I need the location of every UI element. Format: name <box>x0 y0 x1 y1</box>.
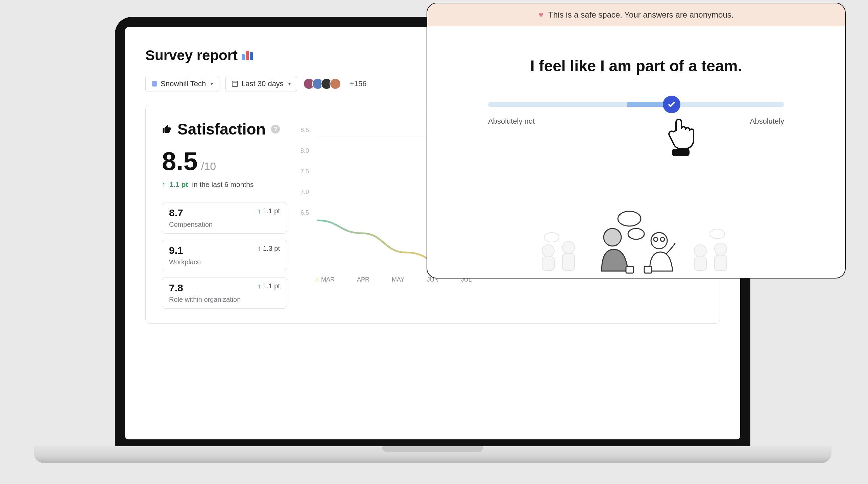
svg-point-12 <box>604 228 621 246</box>
svg-rect-19 <box>644 266 652 273</box>
chevron-down-icon: ▾ <box>288 81 291 87</box>
metrics-list: 8.7 Compensation ↑ 1.1 pt 9.1 Workplace <box>162 202 287 309</box>
svg-rect-5 <box>562 253 575 270</box>
svg-point-14 <box>628 228 644 239</box>
score-max: /10 <box>201 160 216 173</box>
metric-value: 8.7 <box>169 207 213 219</box>
metric-value: 9.1 <box>169 245 201 256</box>
page-title-text: Survey report <box>145 47 238 64</box>
section-title-text: Satisfaction <box>177 120 266 138</box>
metric-role[interactable]: 7.8 Role within organization ↑ 1.1 pt <box>162 277 287 309</box>
slider-min-label: Absolutely not <box>488 117 535 126</box>
arrow-up-icon: ↑ <box>258 245 261 252</box>
x-tick: MAY <box>392 276 405 283</box>
bar-chart-icon <box>242 51 253 60</box>
score-value: 8.5 <box>162 146 198 176</box>
svg-rect-1 <box>672 149 690 156</box>
org-color-swatch <box>152 81 157 87</box>
svg-rect-9 <box>715 255 727 271</box>
calendar-icon <box>232 81 238 87</box>
x-tick: MAR <box>314 276 335 283</box>
delta-value: 1.1 pt <box>170 180 188 189</box>
score: 8.5 /10 <box>162 146 287 176</box>
participant-avatars[interactable] <box>303 78 341 90</box>
date-range-label: Last 30 days <box>241 79 284 88</box>
svg-point-10 <box>544 233 559 242</box>
chevron-down-icon: ▾ <box>211 81 213 87</box>
y-axis-ticks: 8.5 8.0 7.5 7.0 6.5 <box>300 127 309 216</box>
y-tick: 7.0 <box>300 189 309 196</box>
survey-modal: ♥ This is a safe space. Your answers are… <box>427 3 846 279</box>
x-tick: APR <box>357 276 369 283</box>
slider-thumb[interactable] <box>663 96 680 113</box>
more-participants-count: +156 <box>350 79 367 88</box>
date-range-filter[interactable]: Last 30 days ▾ <box>225 76 297 92</box>
y-tick: 8.5 <box>300 127 309 134</box>
privacy-banner-text: This is a safe space. Your answers are a… <box>548 10 733 19</box>
arrow-up-icon: ↑ <box>258 207 261 215</box>
metric-workplace[interactable]: 9.1 Workplace ↑ 1.3 pt <box>162 240 287 271</box>
laptop-notch <box>382 446 483 452</box>
slider-track <box>488 102 784 107</box>
y-tick: 7.5 <box>300 168 309 175</box>
svg-point-4 <box>562 241 575 253</box>
svg-point-13 <box>618 211 641 226</box>
y-tick: 6.5 <box>300 209 309 216</box>
section-title: Satisfaction ? <box>162 120 287 138</box>
check-icon <box>667 100 676 109</box>
help-icon[interactable]: ? <box>271 125 280 134</box>
svg-point-15 <box>651 233 667 249</box>
svg-rect-18 <box>626 266 633 273</box>
svg-point-8 <box>715 243 727 255</box>
metric-delta-value: 1.3 pt <box>263 245 280 252</box>
metric-delta-value: 1.1 pt <box>263 282 280 290</box>
people-illustration <box>528 200 744 278</box>
slider-max-label: Absolutely <box>750 117 784 126</box>
svg-point-2 <box>542 245 554 257</box>
svg-point-6 <box>694 245 706 257</box>
metric-value: 7.8 <box>169 282 241 294</box>
laptop-base <box>34 446 831 463</box>
response-slider[interactable]: Absolutely not Absolutely <box>488 102 784 126</box>
metric-delta-value: 1.1 pt <box>263 207 280 215</box>
svg-point-11 <box>710 229 725 239</box>
thumbs-up-icon <box>162 124 172 134</box>
org-filter-label: Snowhill Tech <box>161 79 206 88</box>
arrow-up-icon: ↑ <box>258 282 261 290</box>
svg-rect-3 <box>542 257 554 270</box>
heart-icon: ♥ <box>539 10 544 19</box>
org-filter[interactable]: Snowhill Tech ▾ <box>145 76 219 92</box>
arrow-up-icon: ↑ <box>162 180 166 189</box>
slider-labels: Absolutely not Absolutely <box>488 117 784 126</box>
survey-question: I feel like I am part of a team. <box>427 57 845 75</box>
delta-period: in the last 6 months <box>192 180 254 189</box>
score-delta: ↑ 1.1 pt in the last 6 months <box>162 180 287 189</box>
hand-cursor-icon <box>666 114 700 158</box>
metric-label: Role within organization <box>169 296 241 304</box>
y-tick: 8.0 <box>300 147 309 154</box>
metric-compensation[interactable]: 8.7 Compensation ↑ 1.1 pt <box>162 202 287 234</box>
svg-rect-7 <box>694 257 706 270</box>
metric-label: Compensation <box>169 221 213 228</box>
satisfaction-summary: Satisfaction ? 8.5 /10 ↑ 1.1 pt in the l… <box>162 120 287 309</box>
metric-label: Workplace <box>169 258 201 266</box>
avatar <box>330 78 341 90</box>
privacy-banner: ♥ This is a safe space. Your answers are… <box>427 3 845 26</box>
